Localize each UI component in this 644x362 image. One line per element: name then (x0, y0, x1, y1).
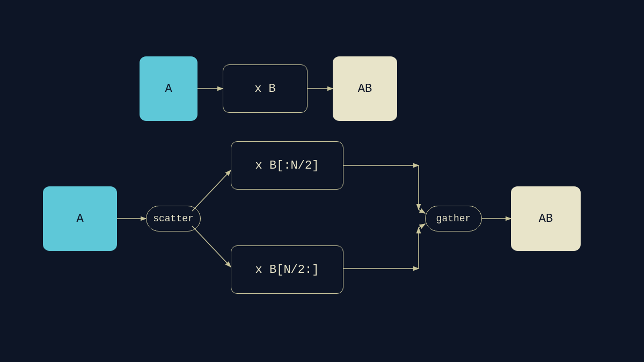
xbn2-node: x B[:N/2] (231, 141, 343, 190)
bottom-ab-label: AB (539, 212, 553, 226)
top-xb-node: x B (223, 64, 308, 113)
scatter-label: scatter (153, 213, 194, 224)
gather-label: gather (436, 213, 471, 224)
xbn2e-node: x B[N/2:] (231, 245, 343, 294)
bottom-a-node: A (43, 186, 117, 251)
svg-line-5 (192, 226, 231, 267)
diagram: A x B AB A scatter x B[:N/2] x B[N/2:] g… (0, 0, 644, 362)
bottom-ab-node: AB (511, 186, 581, 251)
gather-node: gather (425, 206, 482, 231)
xbn2-label: x B[:N/2] (255, 159, 319, 172)
svg-line-11 (419, 224, 425, 228)
top-ab-label: AB (358, 82, 372, 96)
svg-line-4 (192, 170, 231, 211)
top-a-label: A (165, 82, 172, 96)
bottom-a-label: A (76, 212, 83, 226)
scatter-node: scatter (146, 206, 201, 231)
top-xb-label: x B (254, 82, 276, 96)
xbn2e-label: x B[N/2:] (255, 263, 319, 277)
svg-line-8 (419, 209, 425, 213)
top-ab-node: AB (333, 56, 397, 121)
top-a-node: A (140, 56, 197, 121)
